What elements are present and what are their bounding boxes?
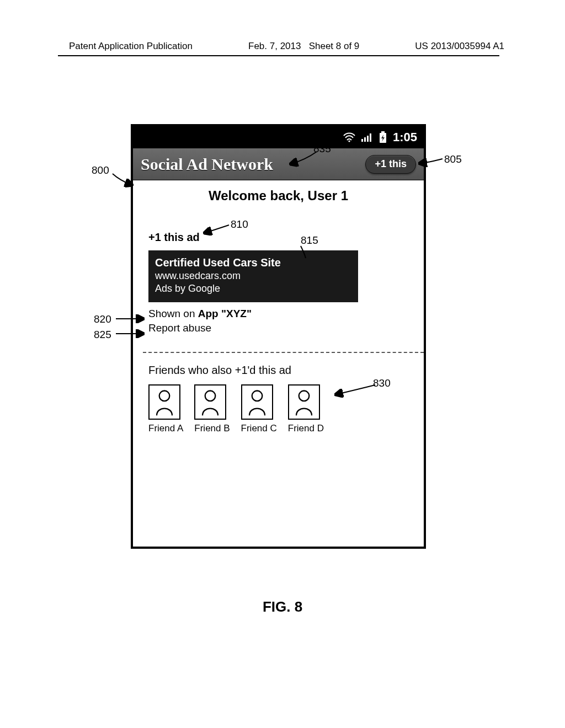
ref-830: 830: [373, 377, 391, 389]
ref-800: 800: [92, 164, 109, 176]
ref-825: 825: [94, 329, 111, 341]
ref-805: 805: [444, 153, 462, 165]
leader-lines: [0, 0, 565, 728]
ref-810: 810: [231, 218, 248, 231]
ref-815: 815: [301, 234, 318, 247]
ref-820: 820: [94, 313, 111, 325]
figure-caption: FIG. 8: [0, 598, 565, 615]
ref-835: 835: [313, 143, 331, 155]
